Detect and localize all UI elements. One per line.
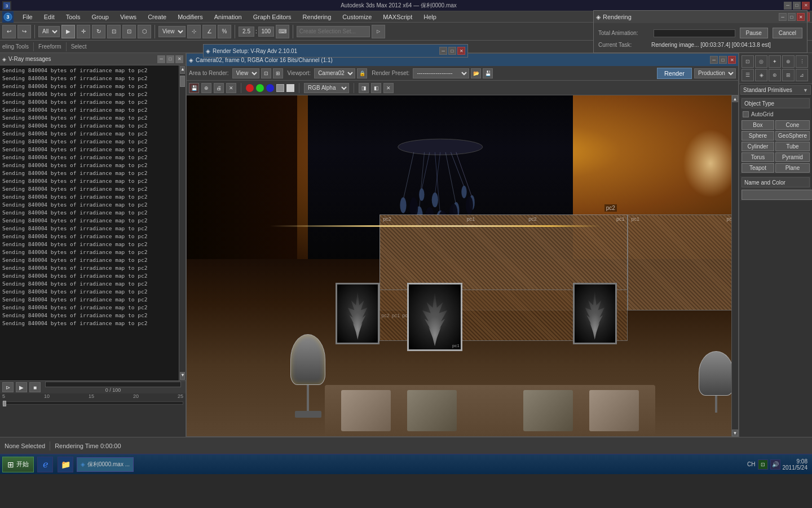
- mono-channel-btn[interactable]: [276, 84, 284, 92]
- menu-edit[interactable]: Edit: [42, 14, 57, 20]
- scale-btn[interactable]: ⊡: [107, 25, 121, 38]
- render-button[interactable]: Render: [657, 68, 692, 79]
- standard-primitives-dropdown[interactable]: Standard Primitives ▼: [740, 85, 811, 95]
- menu-group[interactable]: Group: [89, 14, 111, 20]
- key-mode-btn[interactable]: ⊳: [2, 382, 14, 392]
- save-preset-btn[interactable]: 💾: [483, 68, 493, 78]
- clear-render-btn[interactable]: ✕: [226, 83, 236, 93]
- render-scroll-track[interactable]: [732, 102, 738, 430]
- close-btn[interactable]: ✕: [802, 2, 810, 10]
- progress-bar[interactable]: [45, 382, 181, 387]
- render-scroll-down[interactable]: ▼: [732, 430, 738, 436]
- menu-create[interactable]: Create: [145, 14, 169, 20]
- scrubber-thumb[interactable]: [3, 401, 6, 406]
- render-scroll-up[interactable]: ▲: [732, 95, 738, 102]
- vray-log[interactable]: Sending 840004 bytes of irradiance map t…: [0, 65, 179, 380]
- clone-render-btn[interactable]: ⊕: [201, 83, 211, 93]
- snap-btn[interactable]: ⊹: [187, 25, 201, 38]
- render-window-controls[interactable]: ─ □ ✕: [710, 56, 736, 64]
- menu-rendering[interactable]: Rendering: [301, 14, 334, 20]
- rs-close-btn[interactable]: ✕: [457, 47, 465, 55]
- menu-graph-editors[interactable]: Graph Editors: [251, 14, 294, 20]
- rt-icon-10[interactable]: ⊿: [796, 69, 808, 81]
- percent-snap-btn[interactable]: %: [218, 25, 231, 38]
- render-mult-input[interactable]: [239, 27, 254, 37]
- cancel-btn[interactable]: Cancel: [773, 28, 802, 38]
- menu-animation[interactable]: Animation: [212, 14, 244, 20]
- keyboard-shortcut-btn[interactable]: ⌨: [276, 25, 289, 38]
- select-object-btn[interactable]: ⬡: [138, 25, 151, 38]
- display-mode-2[interactable]: ◧: [371, 83, 381, 93]
- menu-customize[interactable]: Customize: [340, 14, 374, 20]
- rt-icon-6[interactable]: ☰: [742, 69, 754, 81]
- render-frame-btn[interactable]: ▷: [372, 25, 385, 38]
- cylinder-btn[interactable]: Cylinder: [742, 142, 774, 151]
- sphere-btn[interactable]: Sphere: [742, 131, 774, 141]
- rt-icon-3[interactable]: ✦: [769, 55, 781, 68]
- green-channel-btn[interactable]: [256, 84, 264, 92]
- select-region-btn[interactable]: ⊡: [122, 25, 136, 38]
- scrollbar-track[interactable]: [179, 75, 186, 371]
- taskbar-explorer-btn[interactable]: 📁: [58, 457, 73, 472]
- window-controls[interactable]: ─ □ ✕: [784, 2, 810, 10]
- menu-modifiers[interactable]: Modifiers: [175, 14, 205, 20]
- display-mode-1[interactable]: ◨: [359, 83, 369, 93]
- scrollbar-down-btn[interactable]: ▼: [180, 372, 185, 380]
- rw-close-btn[interactable]: ✕: [728, 56, 736, 64]
- object-name-input[interactable]: [742, 190, 812, 200]
- production-select[interactable]: Production: [694, 68, 736, 78]
- pause-btn[interactable]: Pause: [740, 28, 768, 38]
- tray-sound-icon[interactable]: 🔊: [770, 459, 780, 470]
- rw-minimize-btn[interactable]: ─: [710, 56, 718, 64]
- vray-scrollbar[interactable]: ▲ ▼: [179, 65, 186, 380]
- rt-icon-1[interactable]: ⊡: [742, 55, 754, 68]
- tray-network-icon[interactable]: ⊡: [758, 459, 768, 470]
- start-button[interactable]: ⊞ 开始: [2, 457, 34, 472]
- viewport-select[interactable]: Camera02: [314, 68, 355, 78]
- load-preset-btn[interactable]: 📂: [471, 68, 481, 78]
- geosphere-btn[interactable]: GeoSphere: [775, 131, 810, 141]
- rt-icon-4[interactable]: ⊕: [782, 55, 795, 68]
- clock-area[interactable]: 9:08 2011/5/24: [783, 458, 808, 471]
- selection-filter-select[interactable]: All: [38, 26, 60, 37]
- rs-restore-btn[interactable]: □: [448, 47, 456, 55]
- scrubber-track[interactable]: [2, 401, 183, 405]
- undo-btn[interactable]: ↩: [2, 25, 16, 38]
- select-btn[interactable]: ▶: [61, 25, 75, 38]
- blue-channel-btn[interactable]: [266, 84, 274, 92]
- rendering-popup-controls[interactable]: ─ □ ✕: [779, 13, 805, 21]
- panel-controls[interactable]: ─ □ ✕: [157, 55, 183, 63]
- area-select[interactable]: View: [232, 68, 259, 78]
- pyramid-btn[interactable]: Pyramid: [775, 152, 810, 162]
- render-scrollbar-v[interactable]: ▲ ▼: [731, 95, 738, 436]
- rp-close-btn[interactable]: ✕: [797, 13, 805, 21]
- area-icon-2[interactable]: ⊞: [273, 68, 283, 78]
- white-channel-btn[interactable]: [286, 84, 294, 92]
- panel-minimize-btn[interactable]: ─: [157, 55, 165, 63]
- rp-restore-btn[interactable]: □: [788, 13, 796, 21]
- stop-btn[interactable]: ■: [29, 382, 41, 392]
- rotate-btn[interactable]: ↻: [92, 25, 105, 38]
- panel-close-btn[interactable]: ✕: [175, 55, 183, 63]
- menu-tools[interactable]: Tools: [64, 14, 83, 20]
- rt-icon-2[interactable]: ◎: [755, 55, 767, 68]
- rw-restore-btn[interactable]: □: [719, 56, 727, 64]
- box-btn[interactable]: Box: [742, 120, 774, 130]
- scrollbar-up-btn[interactable]: ▲: [180, 66, 185, 74]
- red-channel-btn[interactable]: [246, 84, 254, 92]
- plane-btn[interactable]: Plane: [775, 163, 810, 173]
- preset-select[interactable]: -------------------: [413, 68, 469, 78]
- menu-file[interactable]: File: [20, 14, 35, 20]
- rp-minimize-btn[interactable]: ─: [779, 13, 787, 21]
- redo-btn[interactable]: ↪: [17, 25, 31, 38]
- taskbar-ie-btn[interactable]: ℯ: [37, 457, 53, 472]
- cone-btn[interactable]: Cone: [775, 120, 810, 130]
- panel-restore-btn[interactable]: □: [166, 55, 174, 63]
- tube-btn[interactable]: Tube: [775, 142, 810, 151]
- move-btn[interactable]: ✛: [77, 25, 90, 38]
- menu-help[interactable]: Help: [421, 14, 439, 20]
- menu-maxscript[interactable]: MAXScript: [381, 14, 414, 20]
- taskbar-app-3dsmax[interactable]: ◈ 保利0000.max ...: [77, 457, 134, 472]
- lock-icon[interactable]: 🔒: [357, 68, 367, 78]
- view-mode-select[interactable]: View: [158, 26, 186, 37]
